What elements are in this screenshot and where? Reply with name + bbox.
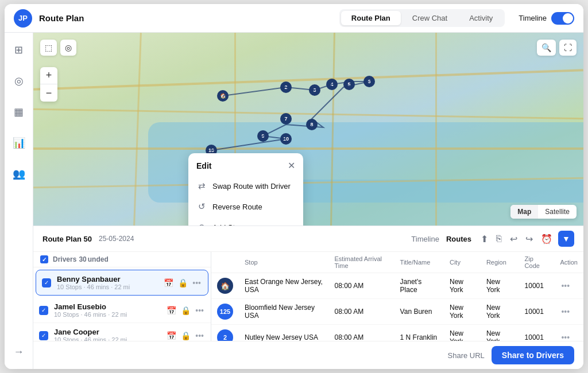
zoom-icon-button[interactable]: 🔍: [537, 40, 556, 56]
driver-lock-benny[interactable]: 🔒: [177, 277, 189, 289]
driver-lock-jamel[interactable]: 🔒: [180, 305, 192, 316]
driver-more-jane[interactable]: •••: [194, 330, 205, 341]
driver-checkbox-jamel[interactable]: ✓: [39, 306, 48, 315]
driver-actions-jane: 📅 🔒 •••: [165, 330, 205, 341]
num-badge-125: 125: [217, 304, 233, 320]
driver-name-benny: Benny Spanbauer: [57, 275, 163, 283]
zoom-out-button[interactable]: −: [40, 84, 57, 102]
share-drivers-button[interactable]: Share to Drivers: [492, 346, 574, 364]
map-area: 🏠 2 3 4 5 6 7 8 9 10 10: [33, 33, 583, 226]
context-menu-item-reverse[interactable]: ↺ Reverse Route: [188, 196, 303, 217]
timeline-label: Timeline: [519, 14, 547, 22]
map-marker-9: 9: [257, 130, 269, 142]
sidebar: ⊞ ◎ ▦ 📊 👥 →: [5, 33, 33, 369]
content-area: 🏠 2 3 4 5 6 7 8 9 10 10: [33, 33, 583, 369]
sidebar-item-target[interactable]: ◎: [9, 71, 29, 91]
driver-name-jane: Jane Cooper: [54, 328, 165, 336]
table-row: 🏠 East Orange New Jersey, USA 08:00 AM J…: [211, 273, 583, 299]
col-action: Action: [554, 252, 583, 273]
bottom-footer: Share URL Share to Drivers: [33, 341, 583, 369]
driver-info-benny: Benny Spanbauer 10 Stops · 46 mins · 22 …: [57, 275, 163, 290]
zoom-in-button[interactable]: +: [40, 67, 57, 84]
map-type-buttons: Map Satellite: [510, 205, 577, 219]
col-title: Title/Name: [394, 252, 444, 273]
row-city-1: New York: [444, 273, 481, 299]
undo-button[interactable]: ↩: [508, 231, 520, 247]
sidebar-item-arrow[interactable]: →: [9, 341, 29, 362]
timeline-toggle[interactable]: [551, 12, 574, 25]
map-zoom-controls: + −: [40, 67, 57, 102]
context-menu-item-add-stop[interactable]: ⊕ Add Stop: [188, 217, 303, 226]
map-marker-7: 7: [280, 113, 292, 125]
driver-more-benny[interactable]: •••: [191, 277, 202, 289]
sidebar-item-layers[interactable]: ⊞: [9, 40, 29, 60]
row-badge-2: 125: [211, 299, 239, 325]
driver-info-jamel: Jamel Eusebio 10 Stops · 46 mins · 22 mi: [54, 302, 165, 318]
more-button[interactable]: ▼: [558, 231, 574, 247]
timeline-toggle-area: Timeline: [519, 12, 574, 25]
header-tabs: Route Plan Crew Chat Activity: [339, 9, 505, 27]
panel-actions: ⬆ ⎘ ↩ ↪ ⏰ ▼: [478, 231, 574, 247]
row-more-1[interactable]: •••: [560, 280, 571, 292]
driver-checkbox-benny[interactable]: ✓: [42, 278, 51, 287]
tab-crew-chat[interactable]: Crew Chat: [402, 11, 458, 25]
add-stop-icon: ⊕: [196, 222, 207, 226]
history-button[interactable]: ⏰: [539, 231, 555, 247]
panel-timeline-label: Timeline: [411, 235, 439, 243]
driver-calendar-jamel[interactable]: 📅: [165, 305, 177, 316]
row-more-3[interactable]: •••: [560, 332, 571, 341]
row-arrival-2: 08:00 AM: [329, 299, 394, 325]
map-marker-6: 6: [363, 76, 375, 87]
drivers-panel: ✓ Drivers 30 unded ✓ Benny: [33, 252, 211, 341]
col-arrival: Estimated Arrival Time: [329, 252, 394, 273]
select-all-checkbox[interactable]: ✓: [40, 255, 48, 263]
driver-meta-jamel: 10 Stops · 46 mins · 22 mi: [54, 311, 165, 318]
driver-more-jamel[interactable]: •••: [194, 305, 205, 316]
copy-button[interactable]: ⎘: [494, 231, 504, 246]
map-background[interactable]: 🏠 2 3 4 5 6 7 8 9 10 10: [33, 33, 583, 226]
driver-calendar-benny[interactable]: 📅: [163, 277, 175, 289]
driver-item-jamel[interactable]: ✓ Jamel Eusebio 10 Stops · 46 mins · 22 …: [33, 298, 211, 323]
driver-checkbox-jane[interactable]: ✓: [39, 331, 48, 340]
row-region-1: New York: [481, 273, 519, 299]
context-menu-header: Edit ✕: [188, 157, 303, 176]
row-more-2[interactable]: •••: [560, 306, 571, 317]
map-type-map[interactable]: Map: [510, 205, 538, 219]
redo-button[interactable]: ↪: [523, 231, 535, 247]
row-arrival-3: 08:00 AM: [329, 325, 394, 341]
row-badge-3: 2: [211, 325, 239, 341]
driver-meta-jane: 10 Stops · 46 mins · 22 mi: [54, 336, 165, 341]
driver-item-jane[interactable]: ✓ Jane Cooper 10 Stops · 46 mins · 22 mi…: [33, 323, 211, 341]
app-title: Route Plan: [39, 13, 339, 23]
sidebar-item-people[interactable]: 👥: [9, 164, 29, 184]
sidebar-item-chart[interactable]: ▦: [9, 102, 29, 122]
driver-calendar-jane[interactable]: 📅: [165, 330, 177, 341]
share-url-button[interactable]: Share URL: [448, 351, 485, 360]
col-region: Region: [481, 252, 519, 273]
bottom-panel-header: Route Plan 50 25-05-2024 Timeline Routes…: [33, 226, 583, 252]
map-search-icons: 🔍 ⛶: [537, 40, 577, 56]
num-badge-2: 2: [217, 329, 233, 341]
row-stop-2: Bloomfield New Jersey USA: [239, 299, 329, 325]
header: JP Route Plan Route Plan Crew Chat Activ…: [5, 4, 583, 33]
fullscreen-button[interactable]: ⛶: [559, 40, 577, 56]
map-marker-4: 4: [326, 79, 338, 90]
row-badge-1: 🏠: [211, 273, 239, 299]
routes-panel: Stop Estimated Arrival Time Title/Name C…: [211, 252, 583, 341]
crosshair-button[interactable]: ◎: [60, 40, 76, 56]
driver-info-jane: Jane Cooper 10 Stops · 46 mins · 22 mi: [54, 328, 165, 341]
sidebar-item-bar-chart[interactable]: 📊: [9, 133, 29, 153]
context-menu-close-button[interactable]: ✕: [288, 160, 295, 171]
context-menu-item-swap[interactable]: ⇄ Swap Route with Driver: [188, 176, 303, 196]
row-title-3: 1 N Franklin: [394, 325, 444, 341]
driver-item-benny[interactable]: ✓ Benny Spanbauer 10 Stops · 46 mins · 2…: [36, 270, 208, 296]
select-tool-button[interactable]: ⬚: [40, 40, 57, 56]
row-region-3: New York: [481, 325, 519, 341]
export-button[interactable]: ⬆: [478, 231, 490, 247]
toggle-knob: [563, 13, 573, 24]
tab-activity[interactable]: Activity: [459, 11, 503, 25]
tab-route-plan[interactable]: Route Plan: [341, 11, 401, 25]
driver-lock-jane[interactable]: 🔒: [180, 330, 192, 341]
drivers-header-extra: unded: [88, 255, 109, 263]
map-type-satellite[interactable]: Satellite: [538, 205, 577, 219]
